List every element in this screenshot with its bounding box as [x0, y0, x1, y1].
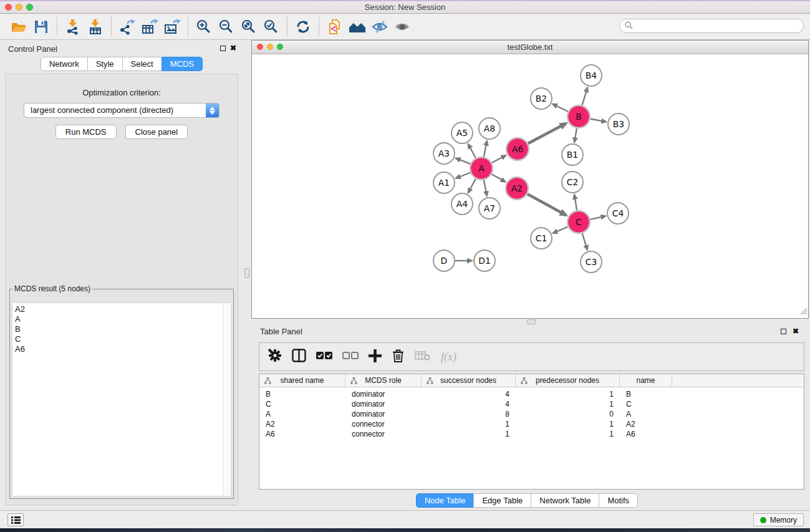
table-row[interactable]: A2connector11A2 [259, 419, 804, 429]
home-icon[interactable] [346, 17, 369, 37]
add-column-icon[interactable] [369, 349, 382, 365]
hide-visibility-icon[interactable] [369, 17, 391, 37]
search-box[interactable] [619, 19, 804, 33]
graph-node-A3[interactable]: A3 [433, 143, 455, 164]
graph-node-B4[interactable]: B4 [581, 65, 602, 86]
graph-edge-A-A7[interactable] [484, 180, 487, 196]
graph-node-A5[interactable]: A5 [451, 122, 473, 143]
window-resize-grip[interactable] [799, 306, 808, 317]
export-table-icon[interactable] [138, 17, 161, 37]
graph-node-B1[interactable]: B1 [562, 144, 583, 165]
network-close-button[interactable] [257, 44, 263, 50]
table-row[interactable]: Bdominator41B [259, 389, 804, 399]
float-panel-icon[interactable] [220, 46, 226, 51]
close-table-panel-icon[interactable]: ✖ [793, 327, 799, 336]
graph-node-B2[interactable]: B2 [531, 88, 552, 109]
mcds-result-item[interactable]: B [12, 324, 231, 334]
graph-edge-B-B2[interactable] [552, 104, 568, 112]
graph-node-D1[interactable]: D1 [474, 250, 495, 271]
graph-edge-A6-B[interactable] [528, 123, 566, 143]
import-network-icon[interactable] [62, 17, 84, 37]
graph-edge-B-B3[interactable] [591, 119, 607, 122]
mcds-result-item[interactable]: A6 [12, 344, 231, 354]
zoom-window-button[interactable] [26, 4, 33, 11]
export-network-icon[interactable] [116, 17, 138, 37]
zoom-selected-icon[interactable] [260, 17, 282, 37]
tab-network-table[interactable]: Network Table [531, 493, 599, 508]
graph-node-C1[interactable]: C1 [531, 228, 552, 249]
graph-edge-C-C1[interactable] [552, 227, 567, 233]
column-header-successor-nodes[interactable]: successor nodes [422, 374, 516, 387]
graph-edge-A-A2[interactable] [492, 174, 506, 181]
tab-select[interactable]: Select [122, 57, 162, 71]
minimize-window-button[interactable] [16, 4, 22, 11]
graph-edge-C-C2[interactable] [574, 195, 577, 210]
delete-column-icon[interactable] [392, 349, 405, 365]
mcds-result-item[interactable]: A2 [12, 304, 231, 314]
column-header-shared-name[interactable]: shared name [259, 374, 345, 387]
graph-edge-B-B1[interactable] [574, 128, 577, 143]
tab-mcds[interactable]: MCDS [162, 57, 203, 71]
graph-edge-A-A4[interactable] [468, 179, 476, 193]
tab-node-table[interactable]: Node Table [416, 493, 475, 508]
refresh-icon[interactable] [292, 17, 314, 37]
float-table-panel-icon[interactable] [781, 329, 786, 334]
visibility-icon[interactable] [391, 17, 413, 37]
graph-node-B3[interactable]: B3 [608, 114, 629, 135]
zoom-fit-icon[interactable] [238, 17, 260, 37]
graph-node-C[interactable]: C [567, 211, 590, 233]
select-all-icon[interactable] [316, 351, 332, 362]
zoom-out-icon[interactable] [215, 17, 238, 37]
graph-node-C4[interactable]: C4 [607, 203, 629, 224]
tab-style[interactable]: Style [87, 57, 123, 71]
graph-node-C3[interactable]: C3 [581, 251, 602, 273]
graph-edge-A-A3[interactable] [456, 158, 471, 164]
graph-node-B[interactable]: B [567, 105, 590, 128]
graph-node-D[interactable]: D [433, 250, 455, 271]
list-scrollbar[interactable] [223, 303, 231, 496]
graph-edge-A-A8[interactable] [484, 141, 487, 157]
network-minimize-button[interactable] [267, 44, 273, 50]
column-header-predecessor-nodes[interactable]: predecessor nodes [516, 374, 620, 387]
open-session-icon[interactable] [7, 17, 30, 37]
table-row[interactable]: A6connector11A6 [259, 429, 804, 439]
graph-node-A6[interactable]: A6 [506, 138, 529, 160]
graph-edge-C-C4[interactable] [591, 216, 606, 220]
graph-edge-B-B4[interactable] [582, 87, 588, 105]
task-history-button[interactable] [7, 513, 24, 526]
graph-edge-A-A6[interactable] [492, 155, 506, 163]
memory-button[interactable]: Memory [753, 513, 804, 526]
graph-node-A8[interactable]: A8 [479, 118, 500, 139]
network-canvas[interactable]: B4B2BB3B1A5A8A6A3AA1A2A4A7C2C4CC1C3DD1 [252, 55, 808, 318]
zoom-in-icon[interactable] [193, 17, 215, 37]
network-graph[interactable]: B4B2BB3B1A5A8A6A3AA1A2A4A7C2C4CC1C3DD1 [252, 55, 808, 318]
column-header-mcds-role[interactable]: MCDS role [345, 374, 422, 387]
save-session-icon[interactable] [30, 17, 52, 37]
graph-node-A7[interactable]: A7 [479, 198, 500, 219]
graph-edge-A-A1[interactable] [456, 173, 471, 178]
close-panel-icon[interactable]: ✖ [230, 44, 236, 52]
search-input[interactable] [636, 21, 803, 32]
graph-edge-C-C3[interactable] [582, 233, 587, 250]
table-row[interactable]: Cdominator41C [259, 399, 804, 409]
duplicate-network-icon[interactable] [324, 17, 346, 37]
gear-icon[interactable] [268, 349, 282, 365]
mcds-result-item[interactable]: C [12, 334, 231, 344]
graph-node-A[interactable]: A [470, 157, 493, 180]
graph-node-C2[interactable]: C2 [562, 172, 583, 193]
deselect-all-icon[interactable] [342, 351, 359, 362]
import-table-icon[interactable] [84, 17, 107, 37]
close-window-button[interactable] [5, 4, 12, 11]
run-mcds-button[interactable]: Run MCDS [55, 125, 117, 139]
graph-node-A1[interactable]: A1 [433, 172, 455, 193]
tab-network[interactable]: Network [41, 57, 88, 71]
graph-node-A2[interactable]: A2 [506, 177, 528, 200]
tab-edge-table[interactable]: Edge Table [473, 493, 531, 508]
export-image-icon[interactable] [161, 17, 183, 37]
tab-motifs[interactable]: Motifs [599, 493, 638, 508]
columns-icon[interactable] [292, 349, 306, 365]
graph-edge-A-A5[interactable] [468, 144, 476, 158]
criterion-dropdown[interactable]: largest connected component (directed) [24, 103, 219, 118]
mcds-result-item[interactable]: A [12, 314, 231, 324]
close-panel-button[interactable]: Close panel [125, 125, 188, 139]
